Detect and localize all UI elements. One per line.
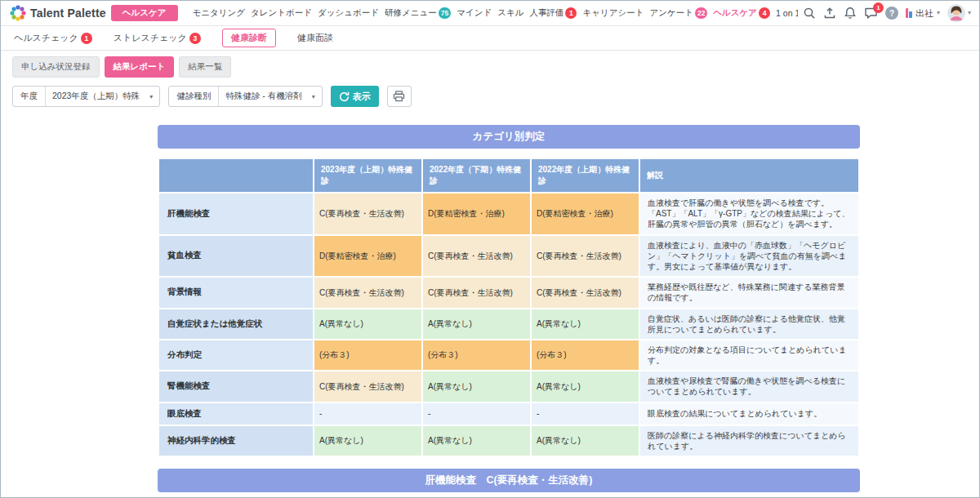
row-label-text: 肝機能検査 <box>167 208 211 220</box>
topnav-item[interactable]: ダッシュボード <box>318 7 379 19</box>
topnav-item[interactable]: 人事評価1 <box>529 7 577 19</box>
row-label-inner: 腎機能検査 <box>167 380 305 392</box>
exam-type-select-value: 特殊健診 - 有機溶剤 <box>225 91 301 102</box>
user-menu[interactable]: ▾ <box>947 4 971 22</box>
result-cell: D(要精密検査・治療) <box>531 193 639 235</box>
result-cell: A(異常なし) <box>314 425 422 456</box>
year-select[interactable]: 2023年度（上期）特殊 ▾ <box>46 87 159 106</box>
result-cell: C(要再検査・生活改善) <box>422 235 531 278</box>
row-label: 背景情報 <box>158 277 314 308</box>
category-judgment-section: カテゴリ別判定 2023年度（上期）特殊健診2022年度（下期）特殊健診2022… <box>158 125 979 457</box>
result-cell: D(要精密検査・治療) <box>314 235 422 278</box>
exam-type-filter-label: 健診種別 <box>169 87 219 106</box>
topnav-item[interactable]: ヘルスケア4 <box>713 7 770 19</box>
attendance-status-button[interactable]: 出社 ▾ <box>906 7 940 20</box>
result-cell: C(要再検査・生活改善) <box>314 193 422 235</box>
topnav-item-label: マインド <box>457 7 492 19</box>
tab-badge: 3 <box>189 33 201 44</box>
topnav-item-label: モニタリング <box>193 7 245 19</box>
topnav-item[interactable]: 1 on 1 <box>776 8 798 18</box>
result-cell: C(要再検査・生活改善) <box>531 277 639 308</box>
tab-item[interactable]: ヘルスチェック1 <box>14 32 92 44</box>
description-cell: 分布判定の対象となる項目についてまとめられています。 <box>639 340 859 371</box>
result-cell: (分布３) <box>314 340 422 371</box>
refresh-display-button[interactable]: 表示 <box>331 86 379 107</box>
app-logo-text: Talent Palette <box>30 7 106 20</box>
topbar-actions: 1 ? 出社 ▾ ▾ <box>803 4 971 22</box>
column-header: 2022年度（上期）特殊健診 <box>531 158 639 193</box>
liver-function-section: 肝機能検査 C(要再検査・生活改善) 2023年度（上期）特殊健診2022年度（… <box>158 469 979 498</box>
result-cell: A(異常なし) <box>314 309 422 340</box>
table-row: 自覚症状または他覚症状A(異常なし)A(異常なし)A(異常なし)自覚症状、あるい… <box>158 309 859 340</box>
category-section-title: カテゴリ別判定 <box>158 125 860 149</box>
upload-icon[interactable] <box>823 7 836 20</box>
row-label-inner: 肝機能検査 <box>167 208 305 220</box>
talent-palette-logo-icon <box>9 4 27 22</box>
category-judgment-table: 2023年度（上期）特殊健診2022年度（下期）特殊健診2022年度（上期）特殊… <box>158 158 860 457</box>
topnav-item[interactable]: スキル <box>497 7 523 19</box>
description-cell: 眼底検査の結果についてまとめられています。 <box>639 402 859 425</box>
row-label: 眼底検査 <box>158 402 314 425</box>
row-label-inner: 分布判定 <box>167 349 305 361</box>
tab-item[interactable]: ストレスチェック3 <box>114 32 201 44</box>
topnav-item-label: スキル <box>497 7 523 19</box>
row-label-text: 神経内科学的検査 <box>167 435 236 447</box>
row-label-text: 分布判定 <box>167 349 202 361</box>
search-icon[interactable] <box>803 7 816 20</box>
topnav-item[interactable]: モニタリング <box>193 7 245 19</box>
result-cell: A(異常なし) <box>531 425 639 456</box>
result-cell: A(異常なし) <box>531 309 639 340</box>
topnav-item[interactable]: 研修メニュー75 <box>385 7 451 19</box>
result-cell: C(要再検査・生活改善) <box>314 371 422 402</box>
refresh-display-label: 表示 <box>353 91 371 103</box>
topnav-item-label: 人事評価 <box>529 7 564 19</box>
table-row: 眼底検査---眼底検査の結果についてまとめられています。 <box>158 402 859 425</box>
top-navigation-bar: Talent Palette ヘルスケア モニタリングタレントボードダッシュボー… <box>1 1 979 26</box>
topnav-item-label: タレントボード <box>251 7 312 19</box>
tab-badge: 1 <box>81 33 92 44</box>
topnav-item-label: 1 on 1 <box>776 8 798 18</box>
topnav-item-label: ヘルスケア <box>713 7 757 19</box>
row-label-inner: 眼底検査 <box>167 408 305 420</box>
subtab-button[interactable]: 申し込み状況登録 <box>12 56 100 78</box>
row-label-text: 眼底検査 <box>167 408 202 420</box>
column-header: 2022年度（下期）特殊健診 <box>422 158 531 193</box>
help-icon[interactable]: ? <box>885 7 898 20</box>
notification-bell-icon[interactable] <box>844 7 857 20</box>
printer-icon <box>393 91 405 102</box>
row-label-text: 自覚症状または他覚症状 <box>167 318 262 330</box>
app-logo[interactable]: Talent Palette <box>9 4 106 22</box>
print-button[interactable] <box>387 86 412 107</box>
topnav-item[interactable]: マインド <box>457 7 492 19</box>
attendance-label: 出社 <box>915 7 933 20</box>
year-select-value: 2023年度（上期）特殊 <box>52 91 140 102</box>
table-row: 神経内科学的検査A(異常なし)A(異常なし)A(異常なし)医師の診察による神経内… <box>158 425 859 456</box>
row-label-inner: 神経内科学的検査 <box>167 435 305 447</box>
subtab-button[interactable]: 結果一覧 <box>179 56 231 78</box>
liver-section-title: 肝機能検査 C(要再検査・生活改善) <box>158 469 860 492</box>
chat-icon[interactable]: 1 <box>864 7 878 20</box>
topnav-item[interactable]: アンケート22 <box>649 7 707 19</box>
row-label: 腎機能検査 <box>158 371 314 402</box>
row-label: 肝機能検査 <box>158 193 314 235</box>
topnav-item[interactable]: キャリアシート <box>582 7 644 19</box>
chevron-down-icon: ▾ <box>937 10 940 16</box>
result-cell: A(異常なし) <box>422 309 531 340</box>
row-label-inner: 背景情報 <box>167 287 305 298</box>
exam-type-select[interactable]: 特殊健診 - 有機溶剤 ▾ <box>219 87 321 106</box>
tab-item[interactable]: 健康面談 <box>297 32 333 44</box>
year-filter-group: 年度 2023年度（上期）特殊 ▾ <box>12 86 160 107</box>
result-cell: C(要再検査・生活改善) <box>422 277 531 308</box>
table-row: 腎機能検査C(要再検査・生活改善)A(異常なし)A(異常なし)血液検査や尿検査で… <box>158 371 859 402</box>
topnav-item-label: アンケート <box>649 7 693 19</box>
subtab-button[interactable]: 結果レポート <box>105 56 175 78</box>
row-label: 貧血検査 <box>158 235 314 278</box>
chevron-down-icon: ▾ <box>312 93 315 100</box>
tab-item[interactable]: 健康診断 <box>222 29 276 47</box>
attendance-icon <box>906 8 912 18</box>
result-cell: C(要再検査・生活改善) <box>314 277 422 308</box>
description-cell: 血液検査や尿検査で腎臓の働きや状態を調べる検査についてまとめられています。 <box>639 371 859 402</box>
topnav-item[interactable]: タレントボード <box>251 7 312 19</box>
result-cell: - <box>422 402 531 425</box>
topnav-item-badge: 22 <box>695 7 707 19</box>
